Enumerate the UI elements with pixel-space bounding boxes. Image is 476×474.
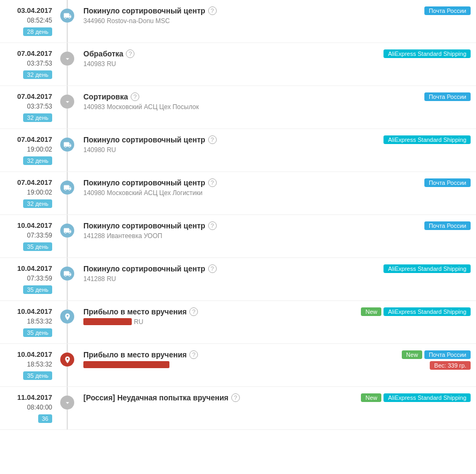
content-col: Покинуло сортировочный центр ?140980 RU — [78, 129, 363, 171]
carrier-badge: AliExpress Standard Shipping — [383, 135, 471, 144]
event-detail: 344960 Rostov-na-Donu MSC — [83, 17, 358, 25]
timeline-row: 07.04.2017 19:00:02 32 день Покинуло сор… — [0, 172, 476, 215]
timeline-row: 10.04.2017 18:53:32 35 день Прибыло в ме… — [0, 344, 476, 387]
day-badge: 35 день — [23, 371, 52, 380]
badge-row-top: AliExpress Standard Shipping — [383, 135, 471, 144]
timeline-row: 07.04.2017 19:00:02 32 день Покинуло сор… — [0, 129, 476, 172]
time-text: 18:53:32 — [27, 318, 52, 325]
event-title-text: Обработка — [83, 49, 123, 58]
day-badge: 35 день — [23, 285, 52, 294]
building-icon — [60, 310, 74, 324]
question-icon[interactable]: ? — [208, 135, 217, 144]
carrier-badge: Почта России — [424, 350, 471, 359]
day-badge: 32 день — [23, 70, 52, 79]
timeline-row: 07.04.2017 03:37:53 32 день Сортировка ?… — [0, 86, 476, 129]
badges-col: Почта России — [363, 172, 476, 214]
timeline-row: 03.04.2017 08:52:45 28 день Покинуло сор… — [0, 0, 476, 43]
icon-col — [56, 0, 78, 42]
event-detail: 140980 Московский АСЦ Цех Логистики — [83, 189, 358, 197]
badges-col: AliExpress Standard Shipping — [363, 43, 476, 85]
carrier-badge: Почта России — [424, 221, 471, 230]
badge-row-top: NewПочта России — [402, 350, 471, 359]
day-badge: 28 день — [23, 27, 52, 36]
badges-col: Почта России — [363, 86, 476, 128]
question-icon[interactable]: ? — [231, 393, 240, 402]
time-text: 07:33:59 — [27, 275, 52, 282]
date-text: 03.04.2017 — [17, 6, 52, 15]
badge-row-top: NewAliExpress Standard Shipping — [361, 393, 471, 402]
badges-col: AliExpress Standard Shipping — [363, 129, 476, 171]
day-badge: 35 день — [23, 242, 52, 251]
content-col: Покинуло сортировочный центр ?344960 Ros… — [78, 0, 363, 42]
event-title: Покинуло сортировочный центр ? — [83, 135, 358, 144]
date-col: 11.04.2017 08:40:00 36 — [0, 387, 56, 429]
icon-col — [56, 215, 78, 257]
time-text: 19:00:02 — [27, 146, 52, 153]
carrier-badge: AliExpress Standard Shipping — [383, 307, 471, 316]
event-title-text: Покинуло сортировочный центр — [83, 135, 205, 144]
question-icon[interactable]: ? — [208, 221, 217, 230]
date-col: 10.04.2017 18:53:32 35 день — [0, 344, 56, 386]
date-text: 10.04.2017 — [17, 350, 52, 358]
time-text: 18:53:32 — [27, 361, 52, 368]
question-icon[interactable]: ? — [189, 307, 198, 316]
timeline-row: 10.04.2017 07:33:59 35 день Покинуло сор… — [0, 215, 476, 258]
timeline-row: 10.04.2017 18:53:32 35 день Прибыло в ме… — [0, 301, 476, 344]
badge-row-top: Почта России — [424, 92, 471, 101]
event-detail — [83, 361, 358, 369]
date-text: 10.04.2017 — [17, 264, 52, 272]
event-detail: 141288 Ивантеевка УООП — [83, 232, 358, 240]
event-detail: 140983 Московский АСЦ Цех Посылок — [83, 103, 358, 111]
question-icon[interactable]: ? — [131, 92, 139, 101]
date-col: 10.04.2017 07:33:59 35 день — [0, 215, 56, 257]
event-title-text: Сортировка — [83, 92, 128, 101]
date-text: 11.04.2017 — [17, 393, 52, 401]
date-col: 07.04.2017 03:37:53 32 день — [0, 86, 56, 128]
icon-col — [56, 86, 78, 128]
new-badge: New — [361, 307, 381, 316]
event-title: Обработка ? — [83, 49, 358, 58]
event-title-text: Покинуло сортировочный центр — [83, 6, 205, 15]
arrow-icon — [60, 396, 74, 410]
badge-row-top: NewAliExpress Standard Shipping — [361, 307, 471, 316]
question-icon[interactable]: ? — [189, 350, 198, 359]
date-text: 10.04.2017 — [17, 307, 52, 315]
time-text: 08:52:45 — [27, 17, 52, 24]
question-icon[interactable]: ? — [208, 178, 217, 187]
timeline-row: 11.04.2017 08:40:00 36 [Россия] Неудачна… — [0, 387, 476, 430]
question-icon[interactable]: ? — [208, 6, 217, 15]
extra-badge: Вес: 339 гр. — [430, 361, 471, 370]
content-col: Обработка ?140983 RU — [78, 43, 363, 85]
date-col: 07.04.2017 03:37:53 32 день — [0, 43, 56, 85]
badge-row-top: AliExpress Standard Shipping — [383, 49, 471, 58]
carrier-badge: Почта России — [424, 92, 471, 101]
tracking-timeline: 03.04.2017 08:52:45 28 день Покинуло сор… — [0, 0, 476, 430]
question-icon[interactable]: ? — [126, 49, 134, 58]
badges-col: NewAliExpress Standard Shipping — [363, 301, 476, 343]
date-text: 07.04.2017 — [17, 92, 52, 100]
day-badge: 36 — [38, 414, 52, 423]
event-title: [Россия] Неудачная попытка вручения ? — [83, 393, 358, 402]
event-title: Прибыло в место вручения ? — [83, 307, 358, 316]
truck-icon — [60, 181, 74, 195]
date-text: 07.04.2017 — [17, 49, 52, 58]
badge-row-top: Почта России — [424, 178, 471, 187]
pin-icon — [60, 353, 74, 367]
badge-row-top: Почта России — [424, 6, 471, 15]
time-text: 03:37:53 — [27, 103, 52, 110]
icon-col — [56, 387, 78, 429]
truck-icon — [60, 267, 74, 281]
badges-col: Почта России — [363, 0, 476, 42]
time-text: 19:00:02 — [27, 189, 52, 196]
question-icon[interactable]: ? — [208, 264, 217, 273]
carrier-badge: AliExpress Standard Shipping — [383, 393, 471, 402]
carrier-badge: Почта России — [424, 6, 471, 15]
badges-col: NewAliExpress Standard Shipping — [363, 387, 476, 429]
content-col: Прибыло в место вручения ? — [78, 344, 363, 386]
event-title-text: Прибыло в место вручения — [83, 307, 187, 316]
truck-icon — [60, 138, 74, 152]
carrier-badge: AliExpress Standard Shipping — [383, 264, 471, 273]
date-col: 10.04.2017 07:33:59 35 день — [0, 258, 56, 300]
arrow-icon — [60, 95, 74, 109]
event-title: Покинуло сортировочный центр ? — [83, 264, 358, 273]
